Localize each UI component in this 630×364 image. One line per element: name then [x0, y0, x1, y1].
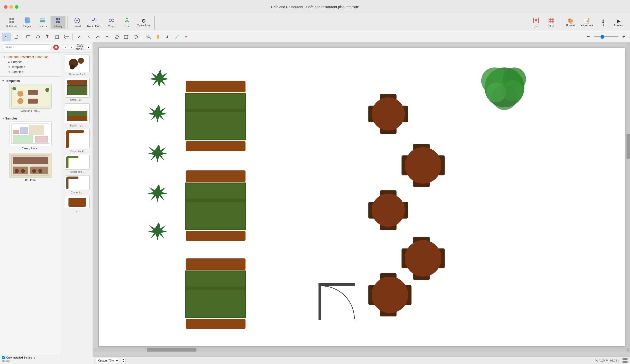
zoom-out-button[interactable]: − [584, 32, 593, 41]
panel-corner-booth[interactable]: Corner booth [63, 129, 91, 152]
zoom-select[interactable]: Custom 72% 25% 50% 75% 100% 150% 200% [96, 358, 119, 363]
snap-button[interactable]: Snap [528, 16, 543, 29]
svg-rect-57 [13, 135, 33, 142]
zoom-slider[interactable] [594, 36, 618, 37]
arrow-tool-button[interactable]: ↗ [75, 32, 83, 41]
zoom-in-button[interactable]: + [620, 32, 628, 41]
ellipse-tool-button[interactable] [34, 32, 42, 41]
installed-only-checkbox[interactable] [2, 356, 5, 359]
minimize-button[interactable] [10, 5, 13, 9]
tree-samples[interactable]: ▼ Samples [6, 70, 60, 74]
booth-right-thumb [65, 103, 90, 123]
info-button[interactable]: ℹ Info [596, 16, 610, 29]
eyedrop-tool-button[interactable]: 💉 [172, 32, 181, 41]
zoom-steppers: ▲ ▼ [121, 358, 126, 363]
pages-button[interactable]: Pages [20, 16, 34, 29]
zoom-step-up[interactable]: ▲ [121, 358, 125, 360]
hand-tool-button[interactable]: ✋ [154, 32, 162, 41]
svg-point-43 [124, 38, 125, 39]
main-toolbar: Solutions Pages Layers Library Sma [0, 14, 630, 31]
transform-tool-button[interactable] [122, 32, 130, 41]
bakery-template-label: Bakery Floor... [22, 147, 39, 150]
tree-subtree: ▶ Libraries ▼ Templates ▼ Samples [1, 60, 60, 74]
corner-bench-thumb [65, 154, 90, 170]
hypernote-button[interactable]: 📝 Hypernote [578, 16, 595, 29]
panels-dropdown-button[interactable]: ▼ [86, 45, 91, 50]
canvas-drawing-area[interactable] [98, 47, 625, 346]
canvas-scrollbar-v[interactable] [626, 42, 630, 346]
h-scroll-thumb[interactable] [147, 348, 196, 352]
canvas-search-button[interactable]: 🔍 [144, 32, 153, 41]
installed-only-label: Only Installed Solutions [6, 356, 35, 359]
svg-rect-82 [186, 109, 246, 112]
secondary-toolbar: ↖ T 💬 ↗ ✒ 🔍 ✋ ⬇ 💉 ✏ − + [0, 31, 630, 42]
panels-prev-button[interactable]: ‹ [63, 45, 68, 50]
svg-point-106 [372, 194, 405, 227]
grid-icon [548, 18, 554, 24]
bar-template-thumb [9, 153, 52, 178]
panels-next-button[interactable]: › [69, 45, 74, 50]
grid-label: Grid [549, 25, 554, 28]
svg-rect-15 [92, 18, 94, 20]
curve-tool-button[interactable] [84, 32, 93, 41]
arc-tool-button[interactable] [94, 32, 102, 41]
plugin-tool-button[interactable] [132, 32, 140, 41]
chain-button[interactable]: Chain [104, 16, 119, 29]
search-magic-button[interactable] [53, 44, 59, 50]
library-button[interactable]: Library [50, 16, 66, 29]
canvas[interactable]: ⤡ [94, 42, 630, 356]
cafe-template-card[interactable]: Cafe and Res... [2, 84, 59, 112]
operations-button[interactable]: ⚙ Operations [135, 16, 152, 29]
tree-libraries[interactable]: ▶ Libraries [6, 60, 60, 64]
v-scroll-thumb[interactable] [626, 134, 630, 158]
bar-template-card[interactable]: Bar Plan [2, 153, 59, 182]
fill-tool-button[interactable]: ⬇ [163, 32, 172, 41]
pen-tool-button[interactable]: ✒ [103, 32, 112, 41]
panel-corner-bench[interactable]: Corner ben ... [63, 154, 91, 173]
present-button[interactable]: ▶ Present [611, 16, 626, 29]
layers-button[interactable]: Layers [35, 16, 50, 29]
zoom-step-down[interactable]: ▼ [121, 360, 125, 363]
svg-rect-34 [14, 35, 18, 38]
panel-more[interactable]: ... [63, 196, 91, 212]
bakery-template-card[interactable]: Bakery Floor... [2, 121, 59, 150]
rapid-draw-button[interactable]: Rapid Draw [85, 16, 103, 29]
close-button[interactable] [4, 5, 8, 9]
format-button[interactable]: 🎨 Format [563, 16, 578, 29]
smart-button[interactable]: Smart [70, 16, 85, 29]
tree-root-arrow: ▼ [3, 56, 6, 58]
svg-point-41 [124, 35, 125, 36]
svg-rect-127 [622, 361, 625, 363]
note-tool-button[interactable]: 💬 [62, 32, 70, 41]
tree-templates[interactable]: ▼ Templates [6, 64, 60, 70]
solutions-button[interactable]: Solutions [4, 16, 19, 29]
rect-tool-button[interactable] [24, 32, 32, 41]
samples-arrow: ▼ [2, 117, 4, 120]
tree-button[interactable]: Tree [120, 16, 134, 29]
select-tool-button[interactable]: ↖ [2, 32, 10, 41]
svg-point-25 [125, 21, 126, 22]
tree-root[interactable]: ▼ Cafe and Restaurant Floor Plan [1, 54, 60, 60]
svg-rect-86 [186, 199, 246, 202]
svg-rect-11 [58, 18, 60, 20]
panel-booth-left[interactable]: Booth - lef ... [63, 78, 91, 101]
maximize-button[interactable] [15, 5, 18, 9]
search-input[interactable] [2, 44, 52, 50]
marquee-tool-button[interactable] [12, 32, 20, 41]
templates-section-header[interactable]: ▼ Templates [2, 78, 59, 84]
panel-corner-b[interactable]: Corner b ... [63, 175, 91, 194]
toolbar-separator-3 [142, 33, 142, 40]
canvas-scrollbar-h[interactable] [94, 348, 626, 352]
style-tool-button[interactable]: ✏ [182, 32, 190, 41]
svg-point-51 [12, 87, 16, 90]
frame-tool-button[interactable] [52, 32, 61, 41]
anchor-tool-button[interactable] [112, 32, 121, 41]
panel-booth-right[interactable]: Booth - rig ... [63, 103, 91, 127]
panel-bistro-set[interactable]: Bistro set for 2 [63, 54, 91, 76]
samples-section-header[interactable]: ▼ Samples [2, 115, 59, 121]
corner-booth-thumb [65, 129, 90, 149]
svg-rect-0 [10, 18, 12, 20]
tree-samples-label: Samples [12, 70, 23, 74]
text-tool-button[interactable]: T [43, 32, 52, 41]
grid-button[interactable]: Grid [544, 16, 559, 29]
